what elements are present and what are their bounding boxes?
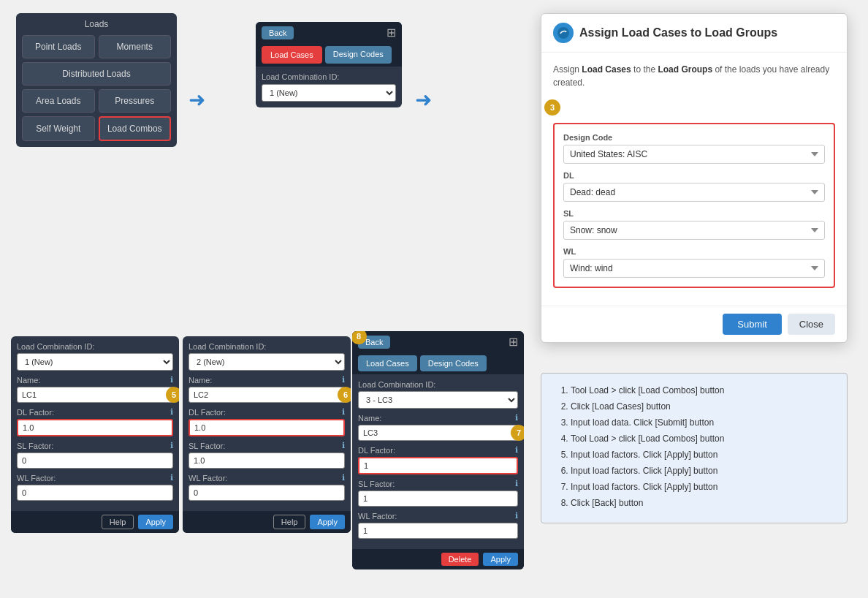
wl-factor-input-3[interactable] (358, 523, 518, 539)
wl-info-icon-3: ℹ (515, 511, 518, 521)
combo-id-select-1[interactable]: 1 (New) (17, 353, 173, 371)
lc-tab-row: Load Cases Design Codes (256, 43, 402, 67)
combo-panel-1-body: Load Combination ID: 1 (New) Name: ℹ 5 D… (11, 336, 179, 511)
load-cases-tab[interactable]: Load Cases (262, 46, 322, 64)
instructions-box: Tool Load > click [Load Combos] button C… (541, 373, 848, 523)
combo-id-label-1: Load Combination ID: (17, 342, 173, 351)
load-cases-tab-3[interactable]: Load Cases (358, 355, 417, 371)
apply-button-3[interactable]: Apply (483, 553, 518, 566)
instruction-1: Tool Load > click [Load Combos] button (571, 384, 832, 397)
sl-select[interactable]: Snow: snow (563, 221, 825, 240)
combo-id-select-2[interactable]: 2 (New) (189, 353, 345, 371)
sl-factor-label-2: SL Factor: ℹ (189, 441, 345, 450)
back-button-top[interactable]: Back (262, 26, 294, 39)
lc-panel-topbar: Back ⊞ (256, 22, 402, 43)
dl-factor-label-2: DL Factor: ℹ (189, 407, 345, 417)
combo-panel-2-body: Load Combination ID: 2 (New) Name: ℹ 6 D… (183, 336, 351, 511)
point-loads-button[interactable]: Point Loads (22, 35, 95, 58)
sl-info-icon-2: ℹ (342, 441, 345, 450)
dl-factor-input-2[interactable] (189, 419, 345, 436)
step-circle-8: 8 (352, 331, 367, 344)
wl-factor-input-1[interactable] (17, 485, 173, 501)
name-input-2[interactable] (189, 387, 345, 403)
combo-id-label-2: Load Combination ID: (189, 342, 345, 351)
combo-footer-1: Help Apply (11, 511, 179, 533)
sl-factor-label-3: SL Factor: ℹ (358, 479, 518, 488)
name-label-1: Name: ℹ (17, 375, 173, 385)
dl-info-icon-1: ℹ (170, 407, 173, 417)
wl-factor-input-2[interactable] (189, 485, 345, 501)
sl-factor-input-3[interactable] (358, 491, 518, 507)
wl-info-icon-1: ℹ (170, 473, 173, 482)
step-circle-5: 5 (166, 387, 179, 403)
name-info-icon-1: ℹ (170, 375, 173, 385)
dialog-body: Assign Load Cases to the Load Groups of … (541, 53, 847, 306)
combo-panel-3-topbar: 8 Back ⊞ (352, 331, 524, 352)
name-label-3: Name: ℹ (358, 413, 518, 423)
design-code-select[interactable]: United States: AISC (563, 145, 825, 164)
instruction-3: Input load data. Click [Submit] button (571, 416, 832, 429)
sl-info-icon-3: ℹ (515, 479, 518, 488)
combo-panel-1: Load Combination ID: 1 (New) Name: ℹ 5 D… (11, 336, 179, 533)
dl-select[interactable]: Dead: dead (563, 183, 825, 202)
dl-factor-label-3: DL Factor: ℹ (358, 445, 518, 455)
name-info-icon-2: ℹ (342, 375, 345, 385)
design-codes-tab-3[interactable]: Design Codes (420, 355, 487, 371)
pressures-button[interactable]: Pressures (99, 89, 172, 113)
sl-label: SL (563, 209, 825, 218)
moments-button[interactable]: Moments (99, 35, 172, 58)
back-button-panel3[interactable]: 8 Back (358, 336, 390, 349)
instructions-list: Tool Load > click [Load Combos] button C… (556, 384, 832, 510)
dl-factor-input-3[interactable] (358, 457, 518, 474)
close-button[interactable]: Close (788, 314, 835, 335)
distributed-loads-button[interactable]: Distributed Loads (22, 62, 171, 86)
arrow-1: ➜ (189, 88, 205, 112)
wl-factor-label-3: WL Factor: ℹ (358, 511, 518, 521)
combo-id-label: Load Combination ID: (262, 72, 396, 81)
combo-footer-2: Help Apply (183, 511, 351, 533)
arrow-2: ➜ (415, 88, 432, 112)
assign-load-cases-dialog: Assign Load Cases to Load Groups Assign … (541, 13, 848, 343)
apply-button-1[interactable]: Apply (138, 515, 173, 529)
combo-panel-3: 8 Back ⊞ Load Cases Design Codes Load Co… (352, 331, 524, 569)
svg-point-0 (557, 27, 569, 39)
combo-panel-2: Load Combination ID: 2 (New) Name: ℹ 6 D… (183, 336, 351, 533)
wl-info-icon-2: ℹ (342, 473, 345, 482)
lc-body: Load Combination ID: 1 (New) (256, 67, 402, 107)
loads-grid: Point Loads Moments Distributed Loads Ar… (22, 35, 171, 141)
apply-button-2[interactable]: Apply (310, 515, 345, 529)
wl-factor-label-2: WL Factor: ℹ (189, 473, 345, 482)
step-circle-6: 6 (338, 387, 351, 403)
combo-id-select[interactable]: 1 (New) (262, 84, 396, 102)
step-circle-3: 3 (544, 99, 560, 116)
instruction-7: Input load factors. Click [Apply] button (571, 480, 832, 493)
combo-panel-3-body: Load Combination ID: 3 - LC3 Name: ℹ 7 D… (352, 374, 524, 549)
design-codes-tab[interactable]: Design Codes (325, 46, 392, 64)
help-button-1[interactable]: Help (102, 515, 134, 529)
self-weight-button[interactable]: Self Weight (22, 116, 95, 141)
help-button-2[interactable]: Help (273, 515, 306, 529)
grid-icon-3: ⊞ (509, 335, 518, 349)
delete-button-3[interactable]: Delete (441, 553, 479, 566)
name-input-3[interactable] (358, 425, 518, 441)
combo-panel-3-tabs: Load Cases Design Codes (352, 352, 524, 374)
load-combos-button[interactable]: Load Combos (99, 116, 172, 141)
sl-factor-input-2[interactable] (189, 453, 345, 469)
dialog-header: Assign Load Cases to Load Groups (541, 14, 847, 53)
submit-button[interactable]: Submit (723, 314, 781, 335)
area-loads-button[interactable]: Area Loads (22, 89, 95, 113)
sl-factor-label-1: SL Factor: ℹ (17, 441, 173, 450)
name-input-1[interactable] (17, 387, 173, 403)
dl-info-icon-2: ℹ (342, 407, 345, 417)
dl-label: DL (563, 171, 825, 180)
instruction-8: Click [Back] button (571, 496, 832, 510)
combo-id-select-3[interactable]: 3 - LC3 (358, 391, 518, 409)
loads-panel-title: Loads (22, 19, 171, 29)
skycliv-logo (553, 23, 574, 43)
dl-factor-input-1[interactable] (17, 419, 173, 436)
dialog-fields-section: Design Code United States: AISC DL Dead:… (553, 123, 835, 288)
name-info-icon-3: ℹ (515, 413, 518, 423)
sl-factor-input-1[interactable] (17, 453, 173, 469)
wl-select[interactable]: Wind: wind (563, 259, 825, 278)
instruction-2: Click [Load Cases] button (571, 400, 832, 413)
